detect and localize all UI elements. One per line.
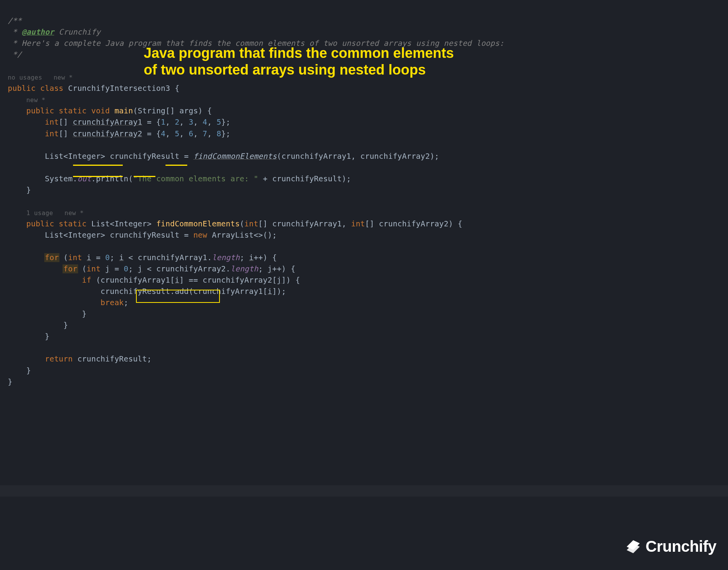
kw-for: for bbox=[63, 264, 78, 273]
kw-int: int bbox=[244, 219, 258, 228]
kw-public: public bbox=[26, 219, 54, 228]
kw-static: static bbox=[59, 219, 87, 228]
num: 3 bbox=[189, 118, 193, 127]
var-i: i bbox=[175, 276, 179, 285]
var-result: crunchifyResult bbox=[110, 231, 179, 240]
var-arr2: crunchifyArray2 bbox=[203, 276, 272, 285]
kw-public: public bbox=[8, 84, 36, 93]
call-findcommon: findCommonElements bbox=[193, 152, 277, 161]
kw-break: break bbox=[101, 298, 124, 307]
var-i: i bbox=[119, 253, 124, 262]
current-line-highlight bbox=[0, 485, 728, 497]
arg-arr1: crunchifyArray1 bbox=[282, 152, 351, 161]
num: 5 bbox=[216, 118, 221, 127]
kw-int: int bbox=[45, 118, 59, 127]
javadoc-author-tag: @author bbox=[22, 28, 54, 36]
crunchify-logo-icon bbox=[624, 537, 643, 556]
num: 0 bbox=[124, 264, 129, 273]
var-result: crunchifyResult bbox=[101, 287, 170, 296]
type-integer: Integer bbox=[68, 231, 101, 240]
num: 4 bbox=[203, 118, 207, 127]
kw-class: class bbox=[40, 84, 64, 93]
title-overlay: Java program that finds the common eleme… bbox=[144, 45, 462, 78]
kw-int: int bbox=[351, 219, 365, 228]
num: 1 bbox=[161, 118, 165, 127]
var-j: j bbox=[105, 264, 110, 273]
type-integer: Integer bbox=[68, 152, 101, 161]
crunchify-logo: Crunchify bbox=[624, 535, 716, 558]
type-list: List bbox=[45, 231, 64, 240]
var-arr1: crunchifyArray1 bbox=[101, 276, 170, 285]
ident-system: System bbox=[45, 174, 73, 183]
kw-new: new bbox=[193, 231, 207, 240]
kw-return: return bbox=[45, 355, 73, 363]
type-integer: Integer bbox=[115, 219, 147, 228]
var-arr1: crunchifyArray1 bbox=[73, 118, 142, 127]
kw-int: int bbox=[68, 253, 82, 262]
kw-public: public bbox=[26, 106, 54, 115]
kw-if: if bbox=[82, 276, 91, 285]
var-i: i bbox=[268, 287, 272, 296]
javadoc-close: */ bbox=[8, 50, 22, 59]
ident-out: out bbox=[77, 174, 91, 183]
param-arr2: crunchifyArray2 bbox=[379, 219, 448, 228]
type-string: String bbox=[138, 106, 165, 115]
crunchify-logo-text: Crunchify bbox=[646, 535, 716, 558]
kw-static: static bbox=[59, 106, 87, 115]
num: 7 bbox=[203, 129, 207, 138]
param-args: args bbox=[179, 106, 198, 115]
class-inlay-hint: no usages new * bbox=[8, 74, 73, 81]
num: 8 bbox=[216, 129, 221, 138]
arg-arr2: crunchifyArray2 bbox=[361, 152, 430, 161]
var-j: j bbox=[138, 264, 142, 273]
var-arr1: crunchifyArray1 bbox=[138, 253, 207, 262]
javadoc-author-name: Crunchify bbox=[54, 28, 100, 36]
kw-void: void bbox=[91, 106, 110, 115]
num: 4 bbox=[161, 129, 165, 138]
string-literal: "The common elements are: " bbox=[133, 174, 258, 183]
num: 0 bbox=[105, 253, 110, 262]
type-list: List bbox=[91, 219, 110, 228]
kw-int: int bbox=[87, 264, 101, 273]
kw-for: for bbox=[44, 253, 60, 262]
main-method: main bbox=[115, 106, 133, 115]
var-i: i bbox=[249, 253, 254, 262]
method-findcommon: findCommonElements bbox=[156, 219, 240, 228]
var-result: crunchifyResult bbox=[110, 152, 179, 161]
var-i: i bbox=[87, 253, 91, 262]
var-arr2: crunchifyArray2 bbox=[73, 129, 142, 138]
prop-length: length bbox=[230, 264, 258, 273]
method-add: add bbox=[175, 287, 189, 296]
type-list: List bbox=[45, 152, 64, 161]
class-name: CrunchifyIntersection3 bbox=[68, 84, 170, 93]
var-result: crunchifyResult bbox=[272, 174, 342, 183]
var-j: j bbox=[277, 276, 282, 285]
num: 5 bbox=[175, 129, 179, 138]
method-inlay-hint: 1 usage new * bbox=[26, 209, 84, 217]
javadoc-author-line: * bbox=[8, 28, 22, 36]
var-result: crunchifyResult bbox=[77, 355, 147, 363]
param-arr1: crunchifyArray1 bbox=[272, 219, 342, 228]
javadoc-open: /** bbox=[8, 16, 22, 25]
var-arr2: crunchifyArray2 bbox=[156, 264, 226, 273]
prop-length: length bbox=[212, 253, 240, 262]
type-arraylist: ArrayList bbox=[212, 231, 253, 240]
ident-println: println bbox=[96, 174, 129, 183]
num: 6 bbox=[189, 129, 193, 138]
main-inlay-hint: new * bbox=[26, 96, 45, 104]
kw-int: int bbox=[45, 129, 59, 138]
num: 2 bbox=[175, 118, 179, 127]
var-arr1: crunchifyArray1 bbox=[193, 287, 263, 296]
var-j: j bbox=[268, 264, 272, 273]
